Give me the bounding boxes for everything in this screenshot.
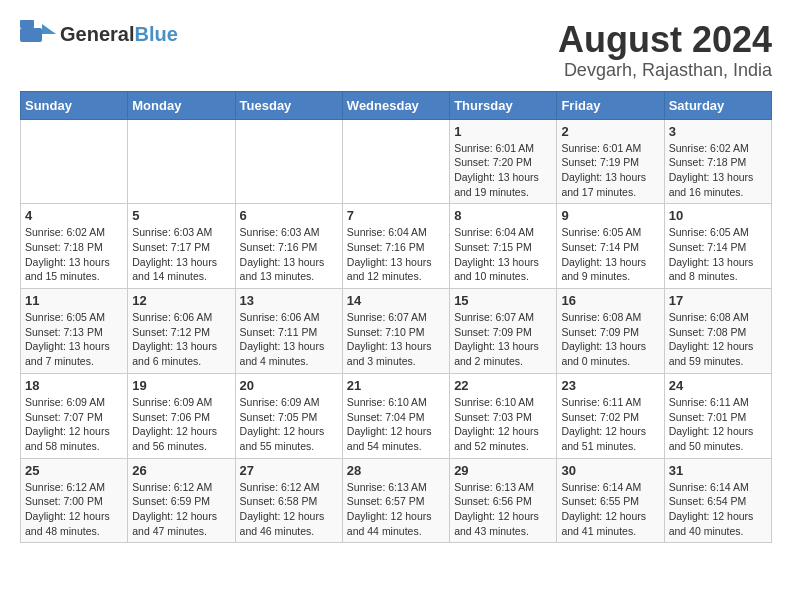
cell-info: Sunrise: 6:04 AMSunset: 7:16 PMDaylight:…	[347, 225, 445, 284]
weekday-header: Saturday	[664, 91, 771, 119]
calendar-cell: 27Sunrise: 6:12 AMSunset: 6:58 PMDayligh…	[235, 458, 342, 543]
calendar-cell	[235, 119, 342, 204]
cell-info: Sunrise: 6:13 AMSunset: 6:57 PMDaylight:…	[347, 480, 445, 539]
cell-day-number: 6	[240, 208, 338, 223]
weekday-header: Tuesday	[235, 91, 342, 119]
cell-info: Sunrise: 6:08 AMSunset: 7:09 PMDaylight:…	[561, 310, 659, 369]
cell-day-number: 25	[25, 463, 123, 478]
cell-info: Sunrise: 6:10 AMSunset: 7:04 PMDaylight:…	[347, 395, 445, 454]
calendar-cell: 11Sunrise: 6:05 AMSunset: 7:13 PMDayligh…	[21, 289, 128, 374]
calendar-cell: 12Sunrise: 6:06 AMSunset: 7:12 PMDayligh…	[128, 289, 235, 374]
logo-blue: Blue	[134, 23, 177, 45]
cell-day-number: 2	[561, 124, 659, 139]
weekday-header-row: SundayMondayTuesdayWednesdayThursdayFrid…	[21, 91, 772, 119]
cell-day-number: 14	[347, 293, 445, 308]
cell-day-number: 29	[454, 463, 552, 478]
cell-day-number: 19	[132, 378, 230, 393]
calendar-table: SundayMondayTuesdayWednesdayThursdayFrid…	[20, 91, 772, 544]
cell-day-number: 18	[25, 378, 123, 393]
cell-day-number: 4	[25, 208, 123, 223]
cell-day-number: 31	[669, 463, 767, 478]
cell-info: Sunrise: 6:05 AMSunset: 7:13 PMDaylight:…	[25, 310, 123, 369]
weekday-header: Thursday	[450, 91, 557, 119]
cell-info: Sunrise: 6:09 AMSunset: 7:07 PMDaylight:…	[25, 395, 123, 454]
cell-day-number: 1	[454, 124, 552, 139]
cell-day-number: 5	[132, 208, 230, 223]
calendar-cell: 25Sunrise: 6:12 AMSunset: 7:00 PMDayligh…	[21, 458, 128, 543]
cell-day-number: 26	[132, 463, 230, 478]
calendar-cell: 23Sunrise: 6:11 AMSunset: 7:02 PMDayligh…	[557, 373, 664, 458]
calendar-cell: 5Sunrise: 6:03 AMSunset: 7:17 PMDaylight…	[128, 204, 235, 289]
calendar-cell: 2Sunrise: 6:01 AMSunset: 7:19 PMDaylight…	[557, 119, 664, 204]
calendar-cell: 26Sunrise: 6:12 AMSunset: 6:59 PMDayligh…	[128, 458, 235, 543]
logo-icon	[20, 20, 56, 48]
weekday-header: Friday	[557, 91, 664, 119]
svg-marker-1	[42, 24, 56, 34]
cell-day-number: 24	[669, 378, 767, 393]
cell-day-number: 28	[347, 463, 445, 478]
calendar-cell: 10Sunrise: 6:05 AMSunset: 7:14 PMDayligh…	[664, 204, 771, 289]
calendar-subtitle: Devgarh, Rajasthan, India	[558, 60, 772, 81]
cell-info: Sunrise: 6:06 AMSunset: 7:12 PMDaylight:…	[132, 310, 230, 369]
cell-day-number: 30	[561, 463, 659, 478]
cell-info: Sunrise: 6:11 AMSunset: 7:01 PMDaylight:…	[669, 395, 767, 454]
page-header: GeneralBlue August 2024 Devgarh, Rajasth…	[20, 20, 772, 81]
calendar-cell: 22Sunrise: 6:10 AMSunset: 7:03 PMDayligh…	[450, 373, 557, 458]
cell-info: Sunrise: 6:12 AMSunset: 7:00 PMDaylight:…	[25, 480, 123, 539]
cell-day-number: 3	[669, 124, 767, 139]
calendar-title: August 2024	[558, 20, 772, 60]
calendar-body: 1Sunrise: 6:01 AMSunset: 7:20 PMDaylight…	[21, 119, 772, 543]
cell-info: Sunrise: 6:08 AMSunset: 7:08 PMDaylight:…	[669, 310, 767, 369]
logo-general: General	[60, 23, 134, 45]
calendar-cell: 18Sunrise: 6:09 AMSunset: 7:07 PMDayligh…	[21, 373, 128, 458]
cell-info: Sunrise: 6:06 AMSunset: 7:11 PMDaylight:…	[240, 310, 338, 369]
calendar-week-row: 4Sunrise: 6:02 AMSunset: 7:18 PMDaylight…	[21, 204, 772, 289]
calendar-cell: 1Sunrise: 6:01 AMSunset: 7:20 PMDaylight…	[450, 119, 557, 204]
cell-day-number: 23	[561, 378, 659, 393]
cell-info: Sunrise: 6:09 AMSunset: 7:06 PMDaylight:…	[132, 395, 230, 454]
calendar-week-row: 11Sunrise: 6:05 AMSunset: 7:13 PMDayligh…	[21, 289, 772, 374]
cell-info: Sunrise: 6:02 AMSunset: 7:18 PMDaylight:…	[669, 141, 767, 200]
weekday-header: Sunday	[21, 91, 128, 119]
cell-info: Sunrise: 6:01 AMSunset: 7:19 PMDaylight:…	[561, 141, 659, 200]
cell-day-number: 13	[240, 293, 338, 308]
calendar-cell	[342, 119, 449, 204]
calendar-cell: 9Sunrise: 6:05 AMSunset: 7:14 PMDaylight…	[557, 204, 664, 289]
cell-info: Sunrise: 6:14 AMSunset: 6:55 PMDaylight:…	[561, 480, 659, 539]
calendar-cell: 3Sunrise: 6:02 AMSunset: 7:18 PMDaylight…	[664, 119, 771, 204]
calendar-cell: 6Sunrise: 6:03 AMSunset: 7:16 PMDaylight…	[235, 204, 342, 289]
cell-info: Sunrise: 6:09 AMSunset: 7:05 PMDaylight:…	[240, 395, 338, 454]
cell-info: Sunrise: 6:05 AMSunset: 7:14 PMDaylight:…	[561, 225, 659, 284]
cell-info: Sunrise: 6:01 AMSunset: 7:20 PMDaylight:…	[454, 141, 552, 200]
calendar-cell: 16Sunrise: 6:08 AMSunset: 7:09 PMDayligh…	[557, 289, 664, 374]
cell-info: Sunrise: 6:05 AMSunset: 7:14 PMDaylight:…	[669, 225, 767, 284]
calendar-week-row: 25Sunrise: 6:12 AMSunset: 7:00 PMDayligh…	[21, 458, 772, 543]
calendar-cell: 13Sunrise: 6:06 AMSunset: 7:11 PMDayligh…	[235, 289, 342, 374]
title-block: August 2024 Devgarh, Rajasthan, India	[558, 20, 772, 81]
calendar-cell: 30Sunrise: 6:14 AMSunset: 6:55 PMDayligh…	[557, 458, 664, 543]
weekday-header: Wednesday	[342, 91, 449, 119]
calendar-cell: 31Sunrise: 6:14 AMSunset: 6:54 PMDayligh…	[664, 458, 771, 543]
cell-day-number: 27	[240, 463, 338, 478]
calendar-week-row: 1Sunrise: 6:01 AMSunset: 7:20 PMDaylight…	[21, 119, 772, 204]
calendar-cell: 28Sunrise: 6:13 AMSunset: 6:57 PMDayligh…	[342, 458, 449, 543]
calendar-cell: 24Sunrise: 6:11 AMSunset: 7:01 PMDayligh…	[664, 373, 771, 458]
cell-info: Sunrise: 6:03 AMSunset: 7:16 PMDaylight:…	[240, 225, 338, 284]
logo: GeneralBlue	[20, 20, 178, 48]
calendar-cell: 17Sunrise: 6:08 AMSunset: 7:08 PMDayligh…	[664, 289, 771, 374]
cell-info: Sunrise: 6:11 AMSunset: 7:02 PMDaylight:…	[561, 395, 659, 454]
weekday-header: Monday	[128, 91, 235, 119]
cell-day-number: 9	[561, 208, 659, 223]
calendar-cell: 7Sunrise: 6:04 AMSunset: 7:16 PMDaylight…	[342, 204, 449, 289]
cell-day-number: 22	[454, 378, 552, 393]
cell-info: Sunrise: 6:13 AMSunset: 6:56 PMDaylight:…	[454, 480, 552, 539]
cell-day-number: 16	[561, 293, 659, 308]
calendar-cell: 21Sunrise: 6:10 AMSunset: 7:04 PMDayligh…	[342, 373, 449, 458]
cell-day-number: 21	[347, 378, 445, 393]
cell-info: Sunrise: 6:14 AMSunset: 6:54 PMDaylight:…	[669, 480, 767, 539]
calendar-cell	[128, 119, 235, 204]
cell-info: Sunrise: 6:03 AMSunset: 7:17 PMDaylight:…	[132, 225, 230, 284]
calendar-cell	[21, 119, 128, 204]
cell-day-number: 11	[25, 293, 123, 308]
calendar-cell: 19Sunrise: 6:09 AMSunset: 7:06 PMDayligh…	[128, 373, 235, 458]
